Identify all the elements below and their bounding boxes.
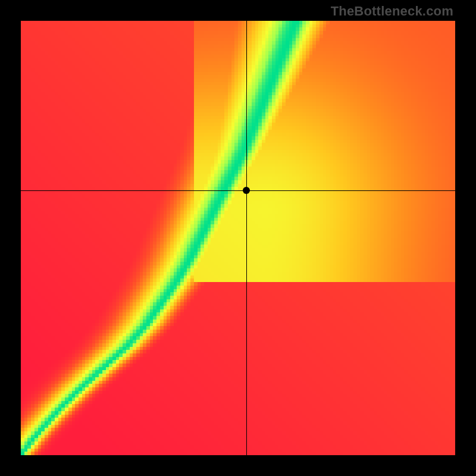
- watermark-text: TheBottleneck.com: [331, 4, 453, 19]
- chart-frame: TheBottleneck.com: [0, 0, 476, 476]
- heatmap-canvas: [21, 21, 455, 455]
